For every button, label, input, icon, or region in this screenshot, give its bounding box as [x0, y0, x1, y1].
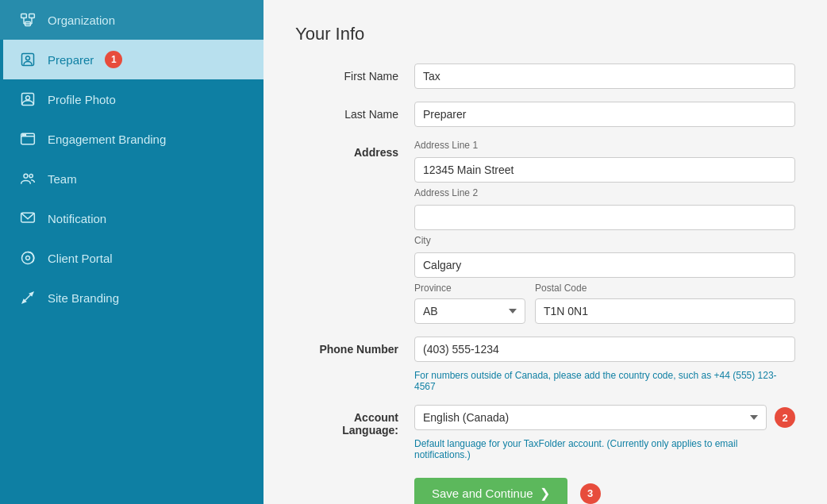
first-name-row: First Name [295, 63, 795, 89]
sidebar-item-label: Site Branding [48, 291, 119, 305]
sidebar-item-organization[interactable]: Organization [0, 0, 263, 40]
site-branding-icon [19, 289, 37, 306]
phone-controls: For numbers outside of Canada, please ad… [414, 337, 795, 392]
last-name-input[interactable] [414, 102, 795, 127]
address-controls: Address Line 1 Address Line 2 City Provi… [414, 140, 795, 324]
preparer-badge: 1 [105, 51, 122, 68]
first-name-controls [414, 63, 795, 89]
form-section: First Name Last Name Address Address Lin… [295, 63, 795, 504]
save-continue-button[interactable]: Save and Continue ❯ [414, 478, 567, 504]
organization-icon [19, 11, 37, 29]
city-input[interactable] [414, 252, 795, 278]
sidebar-item-label: Engagement Branding [48, 133, 166, 146]
address-line1-label: Address Line 1 [414, 140, 795, 151]
phone-input[interactable] [414, 337, 795, 362]
last-name-label: Last Name [295, 102, 398, 121]
sidebar-item-notification[interactable]: Notification [0, 198, 263, 238]
address-label: Address [295, 140, 398, 159]
sidebar-item-engagement-branding[interactable]: Engagement Branding [0, 119, 263, 159]
preparer-icon [19, 51, 37, 68]
sidebar-item-label: Notification [48, 212, 106, 225]
main-content: Your Info First Name Last Name Address A… [263, 0, 827, 504]
sidebar-item-preparer[interactable]: Preparer 1 [0, 40, 263, 79]
address-row: Address Address Line 1 Address Line 2 Ci… [295, 140, 795, 324]
language-select[interactable]: English (Canada) French (Canada) [414, 405, 767, 430]
sidebar-item-label: Team [48, 172, 77, 186]
sidebar: Organization Preparer 1 Profile Photo [0, 0, 263, 504]
language-controls: English (Canada) French (Canada) 2 Defau… [414, 405, 795, 460]
province-postal-row: Province ABBCMBNB NLNSONPE QCSKNTNUYT Po… [414, 283, 795, 324]
sidebar-item-label: Organization [48, 13, 115, 27]
phone-label: Phone Number [295, 337, 398, 356]
last-name-controls [414, 102, 795, 127]
svg-point-18 [26, 256, 30, 260]
engagement-branding-icon [19, 130, 37, 148]
city-label: City [414, 235, 795, 246]
postal-input[interactable] [535, 298, 795, 324]
team-icon [19, 170, 37, 187]
svg-point-9 [26, 96, 30, 100]
phone-help-text: For numbers outside of Canada, please ad… [414, 370, 795, 392]
address-line2-input[interactable] [414, 205, 795, 230]
client-portal-icon [19, 249, 37, 267]
svg-point-14 [24, 174, 28, 178]
save-badge: 3 [580, 483, 601, 504]
sidebar-item-label: Preparer [48, 53, 94, 67]
province-select[interactable]: ABBCMBNB NLNSONPE QCSKNTNUYT [414, 298, 525, 324]
language-label: Account Language: [295, 405, 398, 437]
svg-rect-0 [21, 14, 27, 18]
last-name-row: Last Name [295, 102, 795, 127]
profile-photo-icon [19, 90, 37, 108]
sidebar-item-profile-photo[interactable]: Profile Photo [0, 79, 263, 119]
save-row: Save and Continue ❯ 3 [295, 478, 795, 504]
language-badge: 2 [775, 407, 795, 428]
page-title: Your Info [295, 24, 795, 44]
language-note: Default language for your TaxFolder acco… [414, 438, 795, 460]
address-line1-input[interactable] [414, 157, 795, 183]
sidebar-item-label: Profile Photo [48, 93, 116, 106]
postal-group: Postal Code [535, 283, 795, 324]
svg-rect-1 [29, 14, 35, 18]
postal-label: Postal Code [535, 283, 795, 294]
sidebar-item-client-portal[interactable]: Client Portal [0, 238, 263, 278]
sidebar-item-site-branding[interactable]: Site Branding [0, 278, 263, 317]
province-group: Province ABBCMBNB NLNSONPE QCSKNTNUYT [414, 283, 525, 324]
address-line2-label: Address Line 2 [414, 187, 795, 198]
svg-point-7 [26, 56, 30, 60]
first-name-label: First Name [295, 63, 398, 83]
svg-rect-8 [22, 94, 34, 106]
save-continue-label: Save and Continue [432, 487, 533, 500]
sidebar-item-label: Client Portal [48, 252, 113, 265]
save-arrow-icon: ❯ [540, 486, 550, 501]
province-label: Province [414, 283, 525, 294]
svg-point-13 [25, 134, 26, 136]
svg-point-12 [22, 134, 24, 136]
language-row: Account Language: English (Canada) Frenc… [295, 405, 795, 460]
sidebar-item-team[interactable]: Team [0, 159, 263, 198]
first-name-input[interactable] [414, 63, 795, 89]
svg-point-15 [29, 175, 33, 178]
phone-row: Phone Number For numbers outside of Cana… [295, 337, 795, 392]
notification-icon [19, 210, 37, 227]
